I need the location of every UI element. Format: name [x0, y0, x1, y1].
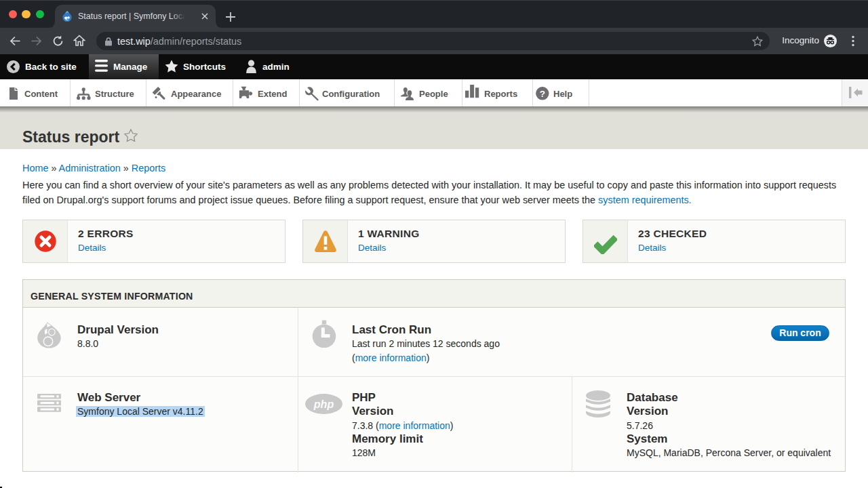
svg-text:php: php [313, 399, 334, 410]
svg-text:?: ? [540, 89, 545, 99]
